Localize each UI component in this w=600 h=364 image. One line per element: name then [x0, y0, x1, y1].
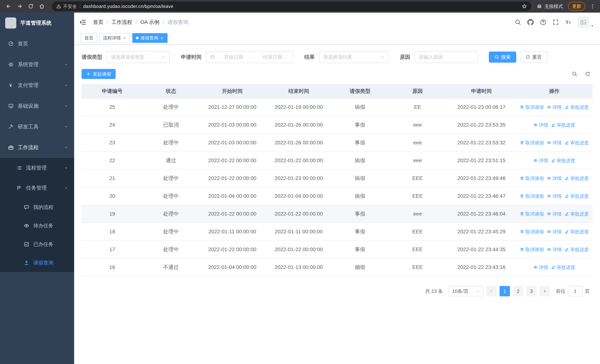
toggle-search-icon[interactable] [572, 71, 577, 77]
sidebar-item-process-management[interactable]: 流程管理 [0, 158, 74, 178]
reason-input[interactable] [415, 51, 478, 63]
cell-actions: 取消请假详情审批进度 [516, 98, 593, 116]
cancel-leave-link[interactable]: 取消请假 [520, 193, 544, 199]
detail-link[interactable]: 详情 [547, 193, 562, 199]
result-select[interactable]: 请选择流结果 [319, 51, 389, 63]
sidebar-item-done-tasks[interactable]: 已办任务 [0, 235, 74, 253]
reload-icon[interactable] [26, 1, 36, 11]
create-leave-button[interactable]: 发起请假 [82, 69, 116, 79]
sidebar-item-my-process[interactable]: 我的流程 [0, 198, 74, 216]
table-row[interactable]: 22通过2022-01-22 00:00:002022-01-22 00:00:… [82, 152, 593, 169]
github-icon[interactable] [527, 19, 534, 25]
close-icon[interactable] [123, 36, 126, 40]
sidebar-item-task-management[interactable]: 任务管理 [0, 178, 74, 198]
approval-progress-link[interactable]: 审批进度 [551, 122, 575, 128]
browser-update-button[interactable]: 更新 [568, 2, 585, 11]
next-page-button[interactable] [540, 286, 550, 296]
detail-link[interactable]: 详情 [533, 122, 548, 128]
security-warning[interactable]: 不安全 [56, 3, 77, 9]
search-icon[interactable] [515, 19, 521, 25]
sidebar-item-home[interactable]: 首页 [0, 33, 74, 54]
fullscreen-icon[interactable] [553, 19, 559, 25]
bookmark-star-icon[interactable] [522, 4, 527, 9]
page-size-select[interactable]: 10条/页 [449, 286, 483, 296]
avatar[interactable] [578, 17, 589, 28]
sidebar-item-infrastructure[interactable]: 基础设施 [0, 96, 74, 116]
approval-progress-link[interactable]: 审批进度 [565, 175, 589, 181]
cancel-leave-link[interactable]: 取消请假 [520, 175, 544, 181]
sidebar-item-system[interactable]: 系统管理 [0, 54, 74, 75]
detail-link[interactable]: 详情 [547, 229, 562, 235]
detail-link[interactable]: 详情 [547, 211, 562, 217]
help-icon[interactable] [540, 19, 546, 25]
cancel-leave-link[interactable]: 取消请假 [520, 211, 544, 217]
button-label: 发起请假 [93, 71, 111, 77]
approval-progress-link[interactable]: 审批进度 [551, 158, 575, 164]
cancel-leave-link[interactable]: 取消请假 [520, 104, 544, 110]
breadcrumb-item[interactable]: 首页 [93, 19, 103, 26]
detail-link[interactable]: 详情 [547, 175, 562, 181]
tab-home[interactable]: 首页 [81, 33, 97, 43]
home-icon[interactable] [37, 1, 47, 11]
approval-progress-link[interactable]: 审批进度 [565, 104, 589, 110]
cancel-leave-link[interactable]: 取消请假 [520, 140, 544, 146]
approval-progress-link[interactable]: 审批进度 [565, 246, 589, 253]
sidebar-item-todo-tasks[interactable]: 待办任务 [0, 216, 74, 235]
total-count: 共 23 条 [425, 288, 443, 295]
reset-button[interactable]: 重置 [520, 52, 547, 63]
col-actions: 操作 [516, 84, 593, 98]
cell-status: 处理中 [143, 241, 199, 258]
cell-reason: EEE [388, 258, 447, 276]
table-row[interactable]: 16不通过2022-01-04 00:00:002022-01-13 00:00… [82, 258, 593, 276]
search-button[interactable]: 搜索 [489, 52, 516, 63]
sidebar-item-payment[interactable]: ¥ 支付管理 [0, 75, 74, 96]
table-row[interactable]: 19处理中2022-01-22 00:00:002022-01-22 00:00… [82, 205, 593, 223]
cancel-leave-link[interactable]: 取消请假 [520, 229, 544, 235]
table-row[interactable]: 24已取消2022-01-03 00:00:002022-01-26 00:00… [82, 116, 593, 134]
detail-link[interactable]: 详情 [547, 246, 562, 253]
goto-page-input[interactable] [568, 286, 582, 296]
prev-page-button[interactable] [486, 286, 497, 296]
detail-link[interactable]: 详情 [533, 158, 548, 164]
tab-process-detail[interactable]: 流程详情 [99, 33, 130, 43]
approval-progress-link[interactable]: 审批进度 [565, 211, 589, 217]
logo-row[interactable]: 芋道管理系统 [0, 13, 74, 33]
detail-link[interactable]: 详情 [547, 140, 562, 146]
cell-end: 2022-01-11 00:00:00 [265, 223, 332, 241]
breadcrumb-item[interactable]: OA 示例 [141, 19, 159, 26]
approval-progress-link[interactable]: 审批进度 [551, 264, 575, 271]
table-row[interactable]: 18处理中2022-01-11 00:00:002022-01-11 00:00… [82, 223, 593, 241]
leave-type-select[interactable]: 请选择请假类型 [107, 51, 170, 63]
approval-progress-link[interactable]: 审批进度 [565, 229, 589, 235]
sidebar-item-leave-query[interactable]: 请假查询 [0, 253, 74, 272]
page-button-1[interactable]: 1 [500, 286, 510, 296]
close-icon[interactable] [160, 36, 164, 40]
table-row[interactable]: 21处理中2022-01-22 00:00:002022-01-23 00:00… [82, 169, 593, 187]
user-menu[interactable] [578, 17, 594, 28]
approval-progress-link[interactable]: 审批进度 [565, 193, 589, 199]
address-bar[interactable]: 不安全 dashboard.yudao.iocoder.cn/bpm/oa/le… [52, 1, 531, 11]
forward-icon[interactable] [15, 1, 24, 11]
table-row[interactable]: 20处理中2022-01-04 00:00:002022-01-04 00:00… [82, 187, 593, 205]
table-row[interactable]: 25处理中2021-12-27 00:00:002022-01-19 00:00… [82, 98, 593, 116]
approval-progress-link[interactable]: 审批进度 [565, 140, 589, 146]
cancel-leave-link[interactable]: 取消请假 [520, 246, 544, 253]
refresh-table-icon[interactable] [585, 71, 590, 77]
chevron-up-icon [64, 146, 68, 149]
cell-id: 21 [82, 169, 143, 187]
sidebar-item-workflow[interactable]: 工作流程 [0, 137, 74, 158]
sidebar-item-devtools[interactable]: 研发工具 [0, 116, 74, 137]
back-icon[interactable] [4, 1, 13, 11]
table-row[interactable]: 23处理中2022-01-03 00:00:002022-01-26 00:00… [82, 134, 593, 152]
detail-link[interactable]: 详情 [547, 104, 562, 110]
tab-leave-query[interactable]: 请假查询 [132, 33, 168, 43]
detail-link[interactable]: 详情 [533, 264, 548, 271]
page-button-3[interactable]: 3 [526, 286, 537, 296]
page-button-2[interactable]: 2 [513, 286, 523, 296]
browser-menu-icon[interactable] [589, 3, 596, 9]
menu-fold-icon[interactable] [79, 19, 86, 26]
table-row[interactable]: 17处理中2022-01-22 00:00:002022-01-22 00:00… [82, 241, 593, 258]
breadcrumb-item[interactable]: 工作流程 [112, 19, 132, 26]
apply-time-range-picker[interactable]: 开始日期 - 结束日期 [206, 51, 293, 63]
font-size-icon[interactable]: TT [565, 19, 572, 25]
